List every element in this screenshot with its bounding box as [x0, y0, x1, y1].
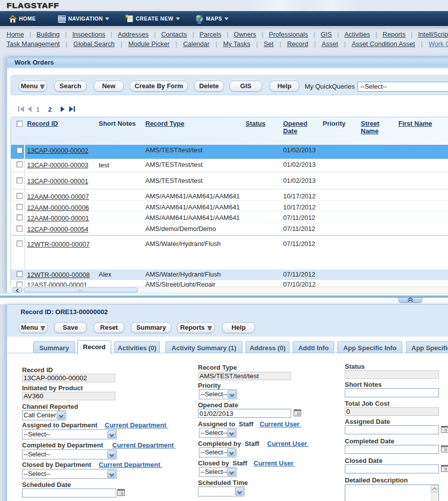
- svg-text:2: 2: [48, 106, 52, 113]
- svg-text:1: 1: [36, 106, 40, 113]
